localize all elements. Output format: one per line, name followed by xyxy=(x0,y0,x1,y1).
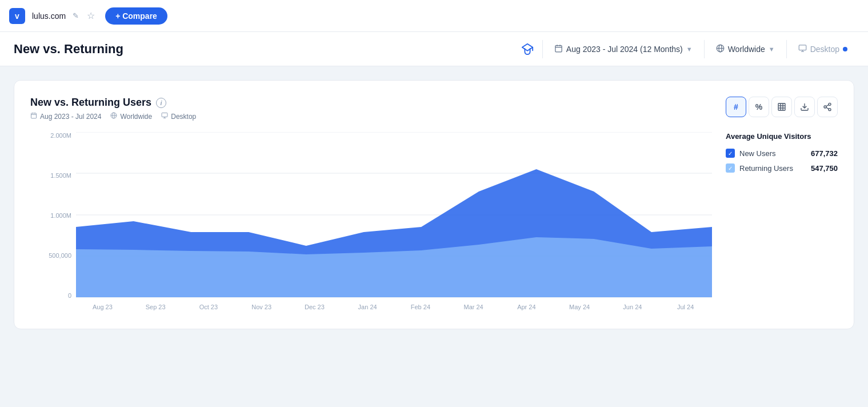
date-range-label: Aug 2023 - Jul 2024 (12 Months) xyxy=(566,45,683,54)
svg-marker-0 xyxy=(522,43,533,50)
chart-container: 2.000M 1.500M 1.000M 500,000 0 xyxy=(30,132,712,315)
new-users-checkbox[interactable]: ✓ xyxy=(726,149,735,158)
hash-button[interactable]: # xyxy=(726,97,746,117)
x-label-sep23: Sep 23 xyxy=(129,304,182,310)
calendar-icon xyxy=(554,44,563,54)
percent-button[interactable]: % xyxy=(749,97,769,117)
globe-icon xyxy=(716,44,725,54)
x-label-dec23: Dec 23 xyxy=(288,304,341,310)
svg-rect-9 xyxy=(799,45,806,50)
device-label: Desktop xyxy=(810,45,839,54)
chart-legend-container: 2.000M 1.500M 1.000M 500,000 0 xyxy=(30,132,838,315)
domain-label: lulus.com xyxy=(32,11,66,21)
compare-button[interactable]: + Compare xyxy=(105,7,167,25)
excel-button[interactable] xyxy=(771,97,792,117)
monitor-icon xyxy=(798,44,807,54)
svg-rect-2 xyxy=(555,45,562,51)
x-label-aug23: Aug 23 xyxy=(76,304,129,310)
chart-legend: Average Unique Visitors ✓ New Users 677,… xyxy=(712,132,838,315)
meta-device: Desktop xyxy=(161,112,196,121)
y-label-0: 0 xyxy=(30,292,76,299)
meta-globe-icon xyxy=(110,112,117,121)
svg-point-28 xyxy=(829,103,831,105)
new-users-value: 677,732 xyxy=(811,149,838,158)
meta-geo: Worldwide xyxy=(110,112,152,121)
returning-users-value: 547,750 xyxy=(811,164,838,173)
meta-monitor-icon xyxy=(161,112,168,121)
x-label-jan24: Jan 24 xyxy=(341,304,394,310)
header-controls: Aug 2023 - Jul 2024 (12 Months) ▼ Worldw… xyxy=(517,39,854,59)
svg-rect-12 xyxy=(31,113,37,118)
y-label-1500k: 1.500M xyxy=(30,172,76,179)
svg-rect-19 xyxy=(162,113,167,117)
returning-users-label: Returning Users xyxy=(739,164,793,173)
share-button[interactable] xyxy=(817,97,838,117)
x-label-jul24: Jul 24 xyxy=(659,304,712,310)
geo-dropdown-arrow: ▼ xyxy=(769,46,775,53)
x-label-may24: May 24 xyxy=(553,304,606,310)
legend-new-users: ✓ New Users 677,732 xyxy=(726,149,838,158)
x-label-apr24: Apr 24 xyxy=(500,304,553,310)
meta-calendar-icon xyxy=(30,112,37,121)
chart-card: New vs. Returning Users i Aug 2023 - Jul… xyxy=(14,80,854,329)
card-title-section: New vs. Returning Users i Aug 2023 - Jul… xyxy=(30,97,196,121)
chart-plot-area: Aug 23 Sep 23 Oct 23 Nov 23 Dec 23 Jan 2… xyxy=(76,132,712,315)
date-range-control[interactable]: Aug 2023 - Jul 2024 (12 Months) ▼ xyxy=(547,41,699,58)
svg-line-32 xyxy=(826,105,829,106)
svg-rect-22 xyxy=(778,103,785,110)
edit-icon[interactable]: ✎ xyxy=(73,11,79,20)
x-label-nov23: Nov 23 xyxy=(235,304,288,310)
x-label-feb24: Feb 24 xyxy=(394,304,447,310)
card-meta: Aug 2023 - Jul 2024 Worldwide Desktop xyxy=(30,112,196,121)
graduation-icon[interactable] xyxy=(517,39,538,59)
device-status-dot xyxy=(843,47,847,51)
x-label-jun24: Jun 24 xyxy=(606,304,659,310)
legend-title: Average Unique Visitors xyxy=(726,132,838,141)
info-icon[interactable]: i xyxy=(156,98,166,108)
new-users-label: New Users xyxy=(739,149,776,158)
x-label-mar24: Mar 24 xyxy=(447,304,500,310)
legend-new-users-left: ✓ New Users xyxy=(726,149,776,158)
chart-svg xyxy=(76,132,712,298)
y-axis: 2.000M 1.500M 1.000M 500,000 0 xyxy=(30,132,76,315)
favorite-icon[interactable]: ☆ xyxy=(87,10,95,21)
svg-line-31 xyxy=(826,107,829,109)
download-button[interactable] xyxy=(794,97,815,117)
page-title: New vs. Returning xyxy=(14,42,123,57)
legend-returning-users: ✓ Returning Users 547,750 xyxy=(726,163,838,173)
y-label-1m: 1.000M xyxy=(30,212,76,219)
geo-control[interactable]: Worldwide ▼ xyxy=(709,41,782,58)
header-bar: New vs. Returning Aug 2023 - Jul 2024 (1… xyxy=(0,32,868,66)
returning-users-checkbox[interactable]: ✓ xyxy=(726,163,735,173)
legend-returning-users-left: ✓ Returning Users xyxy=(726,163,793,173)
svg-point-29 xyxy=(824,106,826,108)
device-control[interactable]: Desktop xyxy=(791,41,854,58)
main-content: New vs. Returning Users i Aug 2023 - Jul… xyxy=(0,66,868,343)
topbar: v lulus.com ✎ ☆ + Compare xyxy=(0,0,868,32)
y-label-500k: 500,000 xyxy=(30,252,76,259)
card-actions: # % xyxy=(726,97,838,117)
x-axis: Aug 23 Sep 23 Oct 23 Nov 23 Dec 23 Jan 2… xyxy=(76,300,712,310)
card-header: New vs. Returning Users i Aug 2023 - Jul… xyxy=(30,97,838,121)
meta-date: Aug 2023 - Jul 2024 xyxy=(30,112,101,121)
date-dropdown-arrow: ▼ xyxy=(686,46,693,53)
card-title: New vs. Returning Users i xyxy=(30,97,196,109)
geo-label: Worldwide xyxy=(728,45,765,54)
y-label-2m: 2.000M xyxy=(30,132,76,139)
svg-point-30 xyxy=(829,109,831,111)
site-logo: v xyxy=(9,8,25,24)
x-label-oct23: Oct 23 xyxy=(182,304,235,310)
